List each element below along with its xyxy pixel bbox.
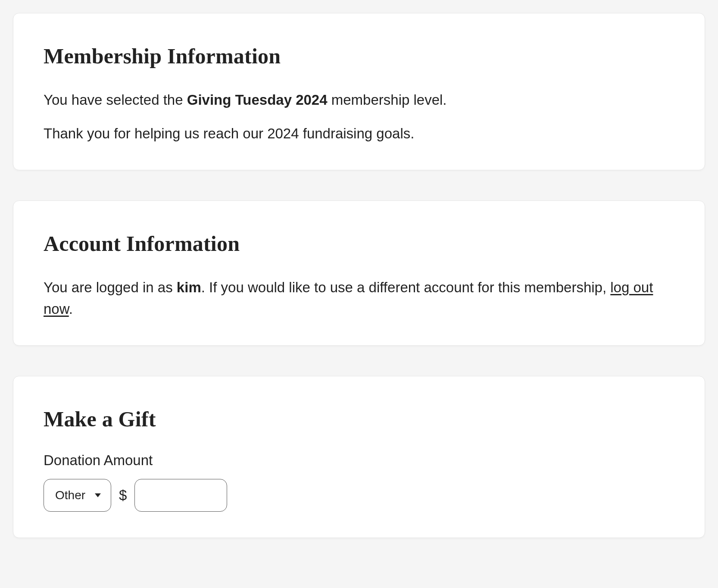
amount-input[interactable] bbox=[134, 479, 227, 512]
membership-level-name: Giving Tuesday 2024 bbox=[187, 92, 328, 108]
membership-thanks: Thank you for helping us reach our 2024 … bbox=[44, 123, 674, 144]
membership-prefix: You have selected the bbox=[44, 92, 187, 108]
account-suffix: . bbox=[69, 301, 73, 317]
amount-select-wrap: Other bbox=[44, 479, 111, 512]
membership-card: Membership Information You have selected… bbox=[13, 13, 705, 170]
account-mid: . If you would like to use a different a… bbox=[201, 279, 611, 295]
donation-amount-label: Donation Amount bbox=[44, 452, 674, 469]
account-card: Account Information You are logged in as… bbox=[13, 200, 705, 346]
gift-card: Make a Gift Donation Amount Other $ bbox=[13, 376, 705, 538]
account-username: kim bbox=[177, 279, 201, 295]
account-logged-in-text: You are logged in as kim. If you would l… bbox=[44, 277, 674, 319]
currency-symbol: $ bbox=[119, 487, 127, 504]
account-title: Account Information bbox=[44, 231, 674, 256]
membership-selected-text: You have selected the Giving Tuesday 202… bbox=[44, 89, 674, 111]
account-prefix: You are logged in as bbox=[44, 279, 177, 295]
amount-select[interactable]: Other bbox=[44, 479, 111, 512]
donation-row: Other $ bbox=[44, 479, 674, 512]
gift-title: Make a Gift bbox=[44, 407, 674, 432]
membership-title: Membership Information bbox=[44, 44, 674, 69]
membership-suffix: membership level. bbox=[328, 92, 447, 108]
